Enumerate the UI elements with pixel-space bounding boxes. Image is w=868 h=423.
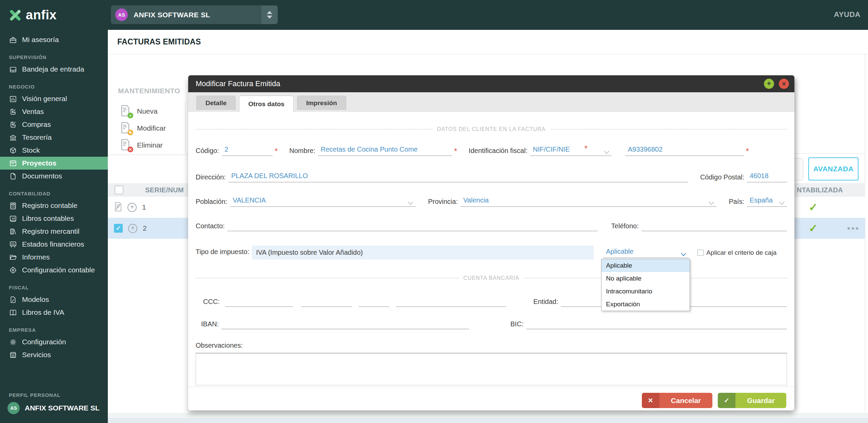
sidebar-item-mi-asesoria[interactable]: Mi asesoría (0, 33, 108, 46)
sidebar-item-label: Documentos (22, 172, 62, 180)
sidebar-item-ventas[interactable]: Ventas (0, 105, 108, 118)
sidebar-item-label: Mi asesoría (22, 36, 59, 44)
company-name: ANFIX SOFTWARE SL (134, 11, 261, 19)
tab-otros-datos[interactable]: Otros datos (239, 96, 294, 112)
cube-icon (9, 146, 17, 154)
help-link[interactable]: AYUDA (834, 10, 861, 19)
dropdown-option-no-aplicable[interactable]: No aplicable (601, 272, 690, 285)
row-number: 1 (142, 203, 146, 211)
sidebar-item-registro-contable[interactable]: Registro contable (0, 199, 108, 212)
sidebar-item-modelos[interactable]: Modelos (0, 293, 108, 306)
nombre-field[interactable]: Recetas de Cocina Punto Come (318, 145, 452, 156)
chevron-down-icon[interactable] (779, 199, 785, 203)
idfiscal-number-field[interactable]: A93396802 (625, 145, 744, 156)
sidebar-item-proyectos[interactable]: Proyectos (0, 157, 108, 170)
bic-field[interactable] (526, 319, 787, 329)
sidebar-item-libros-de-iva[interactable]: Libros de IVA (0, 306, 108, 319)
criterio-caja-checkbox[interactable] (697, 250, 704, 256)
contacto-field[interactable] (228, 220, 598, 231)
telefono-label: Teléfono: (611, 222, 639, 230)
table-row[interactable]: 1 (108, 197, 189, 218)
expand-row-icon[interactable] (127, 203, 137, 212)
ccc-field-2[interactable] (301, 296, 352, 307)
tab-impresion[interactable]: Impresión (297, 96, 346, 110)
chevron-down-icon[interactable] (604, 148, 610, 152)
sidebar-item-compras[interactable]: Compras (0, 118, 108, 131)
sidebar-item-stock[interactable]: Stock (0, 144, 108, 157)
sidebar-item-configuracion-contable[interactable]: Configuración contable (0, 264, 108, 276)
required-marker: * (275, 147, 278, 155)
codigo-postal-field[interactable]: 46018 (747, 172, 787, 182)
spinner-up-icon (267, 11, 272, 14)
action-nueva[interactable]: + Nueva (121, 104, 182, 119)
sidebar-item-tesoreria[interactable]: Tesorería (0, 131, 108, 144)
modal-form: DATOS DEL CLIENTE EN LA FACTURA Código: … (188, 112, 794, 387)
section-cuenta-bancaria: CUENTA BANCARIA (196, 275, 787, 281)
pais-select[interactable]: España (747, 196, 787, 207)
profile-row[interactable]: AS ANFIX SOFTWARE SL (0, 402, 108, 423)
action-label: Eliminar (137, 141, 163, 149)
ccc-field-4[interactable] (396, 296, 506, 307)
idfiscal-type-value: NIF/CIF/NIE (533, 146, 570, 153)
dropdown-option-aplicable[interactable]: Aplicable (601, 259, 690, 272)
sidebar-item-configuracion[interactable]: Configuración (0, 335, 108, 348)
chevron-down-icon[interactable] (708, 199, 714, 203)
provincia-select[interactable]: Valencia (460, 196, 716, 207)
tab-detalle[interactable]: Detalle (196, 96, 236, 110)
sidebar-item-documentos[interactable]: Documentos (0, 170, 108, 182)
chevron-down-icon[interactable] (680, 250, 687, 254)
sidebar-item-servicios[interactable]: Servicios (0, 348, 108, 361)
ccc-field-1[interactable] (225, 296, 293, 307)
invoice-doc-icon (114, 202, 122, 213)
action-eliminar[interactable]: ✕ Eliminar (121, 138, 182, 153)
direccion-field[interactable]: PLAZA DEL ROSARILLO (229, 172, 688, 182)
row-checkbox-checked[interactable] (114, 224, 123, 233)
telefono-field[interactable] (642, 220, 787, 231)
table-row-right[interactable]: ✓ (794, 197, 865, 218)
modal-close-icon[interactable] (779, 79, 789, 89)
idfiscal-type-select[interactable]: NIF/CIF/NIE * (530, 145, 612, 156)
sidebar: Mi asesoría SUPERVISIÓN Bandeja de entra… (0, 30, 108, 423)
action-label: Modificar (137, 124, 166, 132)
codigo-field[interactable]: 2 (222, 145, 273, 156)
expand-row-icon[interactable] (128, 224, 137, 233)
iban-field[interactable] (221, 319, 469, 329)
toolbar-divider (185, 102, 185, 154)
sidebar-item-bandeja-de-entrada[interactable]: Bandeja de entrada (0, 63, 108, 76)
table-row-selected[interactable]: 2 (108, 218, 189, 239)
sidebar-item-estados-financieros[interactable]: Estados financieros (0, 238, 108, 251)
idfiscal-number-value: A93396802 (628, 146, 663, 153)
select-all-checkbox[interactable] (115, 186, 123, 194)
codigo-postal-label: Código Postal: (700, 173, 744, 181)
direccion-label: Dirección: (196, 173, 226, 181)
delete-badge-icon: ✕ (127, 147, 133, 152)
contabilizada-check-icon: ✓ (809, 223, 818, 234)
table-row-right-selected[interactable]: ✓ ••• (794, 218, 865, 239)
sidebar-item-informes[interactable]: Informes (0, 251, 108, 264)
row-menu-icon[interactable]: ••• (847, 224, 860, 233)
action-modificar[interactable]: ✎ Modificar (121, 121, 182, 136)
sidebar-item-vision-general[interactable]: Visión general (0, 92, 108, 105)
ccc-label: CCC: (203, 298, 220, 306)
doc-edit-icon: ✎ (121, 122, 132, 135)
observaciones-textarea[interactable] (196, 353, 787, 385)
sidebar-item-registro-mercantil[interactable]: Registro mercantil (0, 225, 108, 238)
aplicable-select[interactable]: Aplicable (603, 247, 689, 258)
company-selector[interactable]: AS ANFIX SOFTWARE SL (111, 5, 278, 24)
page-title: FACTURAS EMITIDAS (117, 37, 201, 46)
dropdown-option-exportacion[interactable]: Exportación (601, 298, 690, 311)
poblacion-select[interactable]: VALENCIA (230, 196, 416, 207)
sidebar-item-libros-contables[interactable]: Libros contables (0, 212, 108, 225)
save-button[interactable]: ✓ Guardar (718, 393, 786, 408)
avanzada-button[interactable]: AVANZADA (808, 157, 859, 180)
company-spinner[interactable] (261, 5, 278, 24)
cancel-button[interactable]: ✕ Cancelar (642, 393, 713, 408)
tipo-impuesto-field[interactable]: IVA (Impuesto sobre Valor Añadido) (252, 246, 594, 259)
modal-add-icon[interactable] (764, 79, 774, 89)
chevron-down-icon[interactable] (408, 199, 414, 203)
iban-label: IBAN: (201, 320, 219, 328)
doc-new-icon: + (121, 105, 132, 118)
dropdown-option-intracomunitario[interactable]: Intracomunitario (601, 285, 690, 298)
anfix-logo: anfix (0, 8, 108, 22)
ccc-field-3[interactable] (359, 296, 389, 307)
